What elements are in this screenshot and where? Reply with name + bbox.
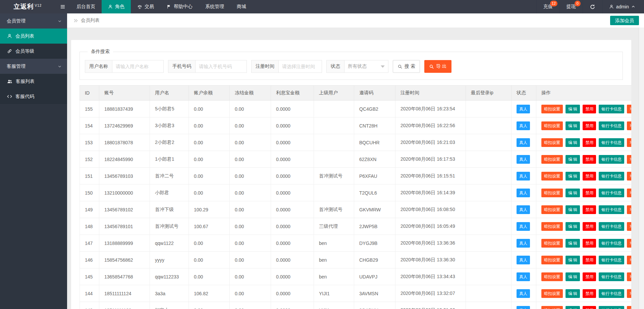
disable-button[interactable]: 禁用: [583, 256, 596, 264]
disable-button[interactable]: 禁用: [583, 189, 596, 197]
hidden-deduct-button[interactable]: 暗扣设置: [541, 222, 563, 231]
sidebar-group-service-management[interactable]: 客服管理: [0, 59, 67, 74]
refresh-button[interactable]: [583, 0, 602, 13]
disable-button[interactable]: 禁用: [583, 121, 596, 130]
disable-button[interactable]: 禁用: [583, 239, 596, 248]
edit-button[interactable]: 编 辑: [566, 205, 580, 214]
address-button[interactable]: 地址: [627, 256, 631, 264]
address-button[interactable]: 地址: [627, 121, 631, 130]
status-real-button[interactable]: 真人: [517, 172, 530, 181]
nav-item-dashboard[interactable]: 后台首页: [70, 0, 102, 13]
disable-button[interactable]: 禁用: [583, 272, 596, 281]
status-real-button[interactable]: 真人: [517, 222, 530, 231]
address-button[interactable]: 地址: [627, 138, 631, 147]
page-scrollbar[interactable]: [639, 13, 644, 309]
status-real-button[interactable]: 真人: [517, 306, 530, 309]
bank-card-button[interactable]: 银行卡信息: [599, 289, 624, 298]
hidden-deduct-button[interactable]: 暗扣设置: [541, 205, 563, 214]
disable-button[interactable]: 禁用: [583, 155, 596, 164]
bank-card-button[interactable]: 银行卡信息: [599, 272, 624, 281]
bank-card-button[interactable]: 银行卡信息: [599, 121, 624, 130]
status-real-button[interactable]: 真人: [517, 239, 530, 248]
disable-button[interactable]: 禁用: [583, 205, 596, 214]
hidden-deduct-button[interactable]: 暗扣设置: [541, 105, 563, 113]
address-button[interactable]: 地址: [627, 205, 631, 214]
edit-button[interactable]: 编 辑: [566, 256, 580, 264]
status-real-button[interactable]: 真人: [517, 189, 530, 197]
bank-card-button[interactable]: 银行卡信息: [599, 256, 624, 264]
nav-item-roles[interactable]: 角色: [102, 0, 131, 13]
hidden-deduct-button[interactable]: 暗扣设置: [541, 138, 563, 147]
bank-card-button[interactable]: 银行卡信息: [599, 189, 624, 197]
edit-button[interactable]: 编 辑: [566, 121, 580, 130]
address-button[interactable]: 地址: [627, 289, 631, 298]
regtime-input[interactable]: [279, 60, 322, 72]
hidden-deduct-button[interactable]: 暗扣设置: [541, 289, 563, 298]
disable-button[interactable]: 禁用: [583, 105, 596, 113]
edit-button[interactable]: 编 辑: [566, 155, 580, 164]
hidden-deduct-button[interactable]: 暗扣设置: [541, 239, 563, 248]
status-real-button[interactable]: 真人: [517, 121, 530, 130]
bank-card-button[interactable]: 银行卡信息: [599, 205, 624, 214]
edit-button[interactable]: 编 辑: [566, 172, 580, 181]
phone-input[interactable]: [196, 60, 247, 72]
sidebar-item-service-list[interactable]: 客服列表: [0, 74, 67, 89]
address-button[interactable]: 地址: [627, 172, 631, 181]
hidden-deduct-button[interactable]: 暗扣设置: [541, 121, 563, 130]
admin-menu[interactable]: admin: [602, 0, 644, 13]
nav-item-mall[interactable]: 商城: [230, 0, 253, 13]
bank-card-button[interactable]: 银行卡信息: [599, 239, 624, 248]
status-real-button[interactable]: 真人: [517, 272, 530, 281]
bank-card-button[interactable]: 银行卡信息: [599, 155, 624, 164]
status-real-button[interactable]: 真人: [517, 138, 530, 147]
export-button[interactable]: 导 出: [424, 60, 451, 73]
disable-button[interactable]: 禁用: [583, 222, 596, 231]
status-real-button[interactable]: 真人: [517, 289, 530, 298]
bank-card-button[interactable]: 银行卡信息: [599, 138, 624, 147]
hidden-deduct-button[interactable]: 暗扣设置: [541, 189, 563, 197]
search-button[interactable]: 搜 索: [393, 60, 420, 73]
sidebar-item-service-code[interactable]: 客服代码: [0, 89, 67, 104]
username-input[interactable]: [112, 60, 163, 72]
bank-card-button[interactable]: 银行卡信息: [599, 222, 624, 231]
edit-button[interactable]: 编 辑: [566, 189, 580, 197]
edit-button[interactable]: 编 辑: [566, 222, 580, 231]
edit-button[interactable]: 编 辑: [566, 272, 580, 281]
address-button[interactable]: 地址: [627, 155, 631, 164]
disable-button[interactable]: 禁用: [583, 289, 596, 298]
disable-button[interactable]: 禁用: [583, 172, 596, 181]
address-button[interactable]: 地址: [627, 222, 631, 231]
disable-button[interactable]: 禁用: [583, 306, 596, 309]
add-member-button[interactable]: 添加会员: [610, 16, 639, 25]
bank-card-button[interactable]: 银行卡信息: [599, 172, 624, 181]
nav-item-trades[interactable]: 交易: [131, 0, 160, 13]
withdraw-button[interactable]: 提现 0: [559, 0, 583, 13]
hidden-deduct-button[interactable]: 暗扣设置: [541, 155, 563, 164]
nav-item-help-center[interactable]: 帮助中心: [160, 0, 199, 13]
hidden-deduct-button[interactable]: 暗扣设置: [541, 272, 563, 281]
edit-button[interactable]: 编 辑: [566, 138, 580, 147]
edit-button[interactable]: 编 辑: [566, 289, 580, 298]
edit-button[interactable]: 编 辑: [566, 105, 580, 113]
edit-button[interactable]: 编 辑: [566, 239, 580, 248]
edit-button[interactable]: 编 辑: [566, 306, 580, 309]
sidebar-item-member-level[interactable]: 会员等级: [0, 44, 67, 59]
sidebar-collapse-button[interactable]: [55, 0, 70, 13]
address-button[interactable]: 地址: [627, 272, 631, 281]
hidden-deduct-button[interactable]: 暗扣设置: [541, 306, 563, 309]
status-real-button[interactable]: 真人: [517, 256, 530, 264]
address-button[interactable]: 地址: [627, 105, 631, 113]
hidden-deduct-button[interactable]: 暗扣设置: [541, 172, 563, 181]
hidden-deduct-button[interactable]: 暗扣设置: [541, 256, 563, 264]
sidebar-group-member-management[interactable]: 会员管理: [0, 13, 67, 29]
status-real-button[interactable]: 真人: [517, 205, 530, 214]
address-button[interactable]: 地址: [627, 306, 631, 309]
address-button[interactable]: 地址: [627, 189, 631, 197]
nav-item-system[interactable]: 系统管理: [199, 0, 230, 13]
sidebar-item-member-list[interactable]: 会员列表: [0, 29, 67, 44]
status-select[interactable]: 所有状态: [344, 60, 388, 72]
address-button[interactable]: 地址: [627, 239, 631, 248]
status-real-button[interactable]: 真人: [517, 155, 530, 164]
status-real-button[interactable]: 真人: [517, 105, 530, 113]
recharge-button[interactable]: 充值 12: [536, 0, 559, 13]
